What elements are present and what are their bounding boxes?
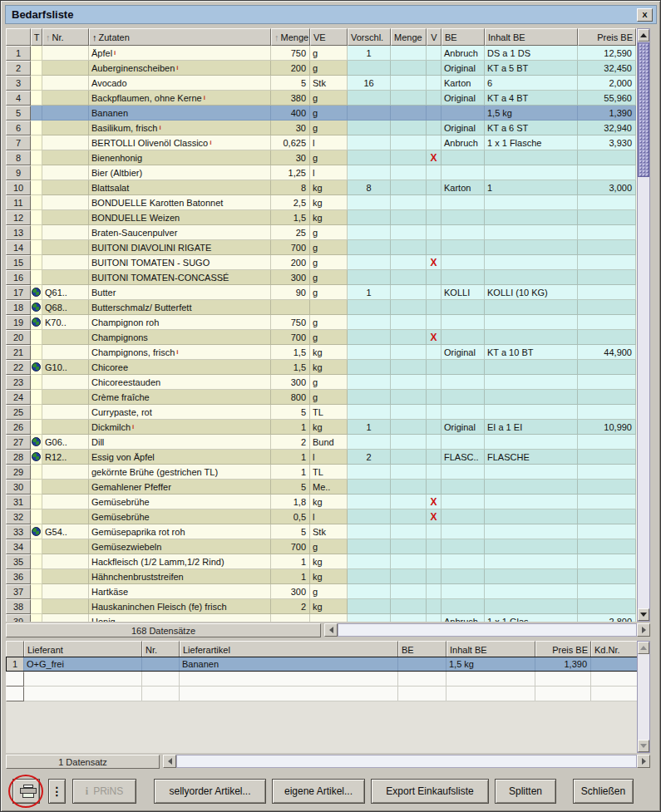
table-row[interactable]: 30 Gemahlener Pfeffer 5 Me.. (6, 480, 649, 495)
table-row[interactable]: 2 Auberginenscheibeni 200 g Original KT … (6, 61, 649, 76)
table-row[interactable]: 39 Honig Anbruch 1 x 1 Glas 2,800 (6, 614, 649, 622)
row-number[interactable]: 4 (6, 91, 31, 106)
row-number[interactable]: 15 (6, 255, 31, 270)
row-number[interactable]: 20 (6, 330, 31, 345)
table-row[interactable]: 18 Q68.. Butterschmalz/ Butterfett (6, 300, 649, 315)
table-row[interactable]: 27 G06.. Dill 2 Bund (6, 435, 649, 450)
row-number[interactable]: 29 (6, 465, 31, 480)
scrollbar-track[interactable] (176, 755, 637, 768)
row-number[interactable]: 27 (6, 435, 31, 450)
row-number[interactable]: 39 (6, 614, 31, 622)
scroll-up-button[interactable] (638, 29, 649, 42)
table-row[interactable]: 37 Hartkäse 300 g (6, 584, 649, 599)
row-number[interactable]: 17 (6, 285, 31, 300)
table-row[interactable]: 29 gekörnte Brühe (gestrichen TL) 1 TL (6, 465, 649, 480)
col-lieferartikel[interactable]: Lieferartikel (180, 641, 398, 658)
scroll-up-button[interactable] (638, 642, 649, 654)
row-number[interactable]: 35 (6, 554, 31, 569)
close-button[interactable]: X (637, 8, 653, 22)
col-lieferant[interactable]: Lieferant (24, 641, 142, 658)
eigene-artikel-button[interactable]: eigene Artikel... (272, 779, 365, 804)
row-number[interactable]: 26 (6, 420, 31, 435)
table-row[interactable]: 20 Champignons 700 g X (6, 330, 649, 345)
col-kdnr[interactable]: Kd.Nr. (591, 641, 638, 658)
col-v[interactable]: V (427, 28, 441, 46)
row-number[interactable]: 2 (6, 61, 31, 76)
row-number[interactable]: 13 (6, 225, 31, 240)
lower-vertical-scrollbar[interactable] (637, 641, 650, 753)
table-row[interactable]: 13 Braten-Saucenpulver 25 g (6, 225, 649, 240)
table-row[interactable]: 8 Bienenhonig 30 g X (6, 150, 649, 165)
col-zutaten[interactable]: ↑Zutaten (89, 28, 271, 46)
row-number[interactable]: 36 (6, 569, 31, 584)
table-row[interactable]: 11 BONDUELLE Karotten Batonnet 2,5 kg (6, 195, 649, 210)
table-row[interactable]: 7 BERTOLLI Olivenöl Classicoi 0,625 l An… (6, 135, 649, 150)
col-preis-be[interactable]: Preis BE (578, 28, 636, 46)
row-number[interactable]: 38 (6, 599, 31, 614)
table-row[interactable]: 9 Bier (Altbier) 1,25 l (6, 165, 649, 180)
upper-horizontal-scrollbar[interactable] (324, 623, 650, 637)
table-row[interactable]: 12 BONDUELLE Weizen 1,5 kg (6, 210, 649, 225)
scrollbar-track[interactable] (338, 623, 637, 637)
row-number[interactable]: 34 (6, 539, 31, 554)
row-number[interactable]: 33 (6, 524, 31, 539)
row-number[interactable]: 3 (6, 76, 31, 91)
scroll-right-button[interactable] (637, 623, 650, 637)
table-row[interactable]: 19 K70.. Champignon roh 750 g (6, 315, 649, 330)
col-be[interactable]: BE (441, 28, 485, 46)
row-number[interactable]: 23 (6, 375, 31, 390)
row-number[interactable]: 19 (6, 315, 31, 330)
row-number[interactable]: 8 (6, 150, 31, 165)
table-row[interactable]: 38 Hauskaninchen Fleisch (fe) frisch 2 k… (6, 599, 649, 614)
row-number[interactable]: 25 (6, 405, 31, 420)
col-ve[interactable]: VE (310, 28, 348, 46)
row-number[interactable] (6, 687, 24, 701)
table-row[interactable]: 35 Hackfleisch (1/2 Lamm,1/2 Rind) 1 kg (6, 554, 649, 569)
table-row[interactable]: 33 G54.. Gemüsepaprika rot roh 5 Stk (6, 524, 649, 539)
row-number[interactable]: 1 (6, 657, 24, 672)
splitten-button[interactable]: Splitten (495, 779, 556, 804)
col-inhalt-be[interactable]: Inhalt BE (446, 641, 535, 658)
row-number[interactable]: 30 (6, 480, 31, 495)
table-row[interactable]: 15 BUITONI TOMATEN - SUGO 200 g X (6, 255, 649, 270)
schliessen-button[interactable]: Schließen (573, 779, 634, 804)
table-row[interactable]: 3 Avocado 5 Stk 16 Karton 6 2,000 (6, 76, 649, 91)
table-row[interactable]: 6 Basilikum, frischi 30 g Original KT a … (6, 121, 649, 135)
col-inhalt-be[interactable]: Inhalt BE (485, 28, 578, 46)
table-row[interactable]: 4 Backpflaumen, ohne Kernei 380 g Origin… (6, 91, 649, 106)
col-be[interactable]: BE (398, 641, 446, 658)
table-row[interactable]: 10 Blattsalat 8 kg 8 Karton 1 3,000 (6, 180, 649, 195)
table-row[interactable]: 25 Currypaste, rot 5 TL (6, 405, 649, 420)
table-row[interactable]: 26 Dickmilchi 1 kg 1 Original EI a 1 EI … (6, 420, 649, 435)
scrollbar-thumb[interactable] (638, 42, 649, 177)
table-row[interactable]: 32 Gemüsebrühe 0,5 l X (6, 509, 649, 524)
row-number[interactable]: 32 (6, 509, 31, 524)
scroll-left-button[interactable] (163, 755, 176, 768)
table-row[interactable]: 24 Crème fraîche 800 g (6, 390, 649, 405)
table-row[interactable]: 36 Hähnchenbruststreifen 1 kg (6, 569, 649, 584)
row-number[interactable]: 28 (6, 450, 31, 465)
row-number[interactable]: 37 (6, 584, 31, 599)
table-row[interactable]: 17 Q61.. Butter 90 g 1 KOLLI KOLLI (10 K… (6, 285, 649, 300)
row-number[interactable]: 16 (6, 270, 31, 285)
more-options-button[interactable]: ⋮ (48, 779, 66, 804)
scroll-down-button[interactable] (638, 608, 649, 621)
col-nr[interactable]: Nr. (142, 641, 180, 658)
col-vorschl[interactable]: Vorschl. (348, 28, 391, 46)
col-menge[interactable]: ↑Menge (271, 28, 310, 46)
scroll-right-button[interactable] (637, 755, 650, 768)
row-number[interactable]: 31 (6, 495, 31, 509)
row-number[interactable]: 6 (6, 121, 31, 135)
scroll-down-button[interactable] (638, 740, 649, 752)
table-row[interactable]: 34 Gemüsezwiebeln 700 g (6, 539, 649, 554)
row-number[interactable]: 1 (6, 46, 31, 61)
export-einkaufsliste-button[interactable]: Export Einkaufsliste (371, 779, 489, 804)
table-row[interactable]: 22 G10.. Chicoree 1,5 kg (6, 360, 649, 375)
col-menge2[interactable]: Menge (391, 28, 427, 46)
table-row[interactable]: 14 BUITONI DIAVOLINI RIGATE 700 g (6, 240, 649, 255)
row-number[interactable]: 24 (6, 390, 31, 405)
upper-vertical-scrollbar[interactable] (637, 28, 650, 622)
row-number[interactable] (6, 672, 24, 687)
row-number[interactable]: 14 (6, 240, 31, 255)
col-nr[interactable]: ↑Nr. (42, 28, 89, 46)
